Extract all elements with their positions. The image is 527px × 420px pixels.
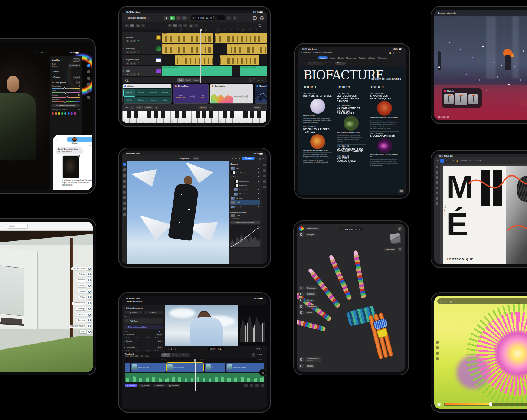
- filters-icon[interactable]: [263, 169, 266, 172]
- volume-button[interactable]: ◁) Volume: [138, 384, 151, 387]
- sustain-button[interactable]: Sustain: [144, 106, 153, 109]
- versions-icon[interactable]: [87, 96, 90, 99]
- drag-on-image-button[interactable]: ✛ Faire glisser sur l'image: [230, 221, 260, 224]
- notifications-icon[interactable]: ◔: [3, 225, 4, 227]
- align-icon[interactable]: ≞: [476, 160, 478, 162]
- help-icon[interactable]: ◎: [259, 157, 261, 160]
- share-icon[interactable]: ↑: [399, 52, 400, 54]
- cloud-icon[interactable]: ☁: [49, 51, 51, 54]
- eyedropper-tool-icon[interactable]: [123, 207, 126, 210]
- transition-icon[interactable]: [255, 384, 259, 387]
- panel-item-environment[interactable]: Environnement: [72, 301, 91, 305]
- visibility-icon[interactable]: ◎: [355, 228, 357, 230]
- region[interactable]: Bass Player - Indie Disco: [162, 44, 213, 54]
- wb-select[interactable]: BB Telle quelle ⌄: [52, 82, 68, 84]
- visibility-icon[interactable]: [258, 176, 259, 177]
- region[interactable]: Drummer: [215, 33, 267, 43]
- distance-input[interactable]: [7, 224, 28, 229]
- dock-icon[interactable]: ⧉: [437, 160, 438, 162]
- more-icon[interactable]: ⋯: [262, 348, 264, 350]
- slider-tint[interactable]: Teinte0: [52, 90, 80, 93]
- next-frame-icon[interactable]: »: [175, 348, 176, 350]
- home-icon[interactable]: ⌂: [342, 228, 343, 230]
- section-view-icon[interactable]: [299, 357, 304, 362]
- autosave-icon[interactable]: [389, 52, 391, 54]
- select-menu[interactable]: Select ⋯: [257, 354, 264, 356]
- play-button[interactable]: ▶: [170, 16, 175, 20]
- visibility-icon[interactable]: [258, 181, 259, 182]
- settings-icon[interactable]: ⚙: [263, 157, 264, 160]
- disable-button[interactable]: ◍ Disable: [124, 311, 144, 314]
- solo-button[interactable]: S: [130, 40, 133, 42]
- undo-icon[interactable]: ↩: [232, 157, 233, 160]
- track-header-drummer[interactable]: 1DrummerMSR: [122, 32, 162, 43]
- record-button[interactable]: ●: [176, 16, 181, 20]
- duplicate-icon[interactable]: ⧉: [479, 160, 481, 162]
- document-page[interactable]: BIOFACTURESOMMET DE L'INNOVATION JOUR 1 …: [299, 66, 405, 195]
- layer-row[interactable]: Sweat booster: [230, 179, 260, 184]
- align-menu-icon[interactable]: ≡: [397, 62, 399, 64]
- entity-info-icon[interactable]: [87, 266, 91, 270]
- drive-knob[interactable]: [193, 95, 195, 98]
- jog-wheel[interactable]: [259, 369, 266, 376]
- layer-row[interactable]: Sky (right): [230, 196, 260, 201]
- track-header-keys[interactable]: 3Keyboard PlayerMSR: [122, 55, 162, 66]
- isolate-icon[interactable]: ⊖: [359, 228, 360, 230]
- info-icon[interactable]: [263, 186, 266, 188]
- add-mask-button[interactable]: +Add Mask: [124, 318, 163, 324]
- measure-icon[interactable]: [299, 364, 304, 368]
- project-title[interactable]: Video Final Edit: [127, 300, 143, 302]
- trash-icon[interactable]: [244, 384, 248, 387]
- affinity-canvas[interactable]: M USIQUE É LECTRONIQUE: [440, 164, 527, 264]
- crop-icon[interactable]: [87, 70, 90, 73]
- back-icon[interactable]: ‹: [301, 52, 302, 54]
- text-tool-icon[interactable]: [123, 196, 126, 199]
- slider-saturation[interactable]: Saturation+ 2: [52, 99, 80, 102]
- modeling-menu[interactable]: Modélisation: [305, 227, 320, 230]
- panel-item-tags[interactable]: Balises: [78, 289, 91, 293]
- record-enable-button[interactable]: R: [133, 40, 136, 42]
- back-icon[interactable]: ‹: [125, 16, 126, 20]
- slider-temperature[interactable]: Température0: [52, 85, 80, 89]
- gear-icon[interactable]: ⚙: [78, 109, 80, 111]
- visibility-icon[interactable]: [258, 189, 259, 190]
- select-tool-icon[interactable]: [123, 168, 126, 171]
- browse-button[interactable]: Parcourir: [69, 64, 80, 67]
- glide-icon[interactable]: ✛: [209, 106, 213, 109]
- track-header-bass[interactable]: 2Bass PlayerMSR: [122, 43, 162, 55]
- brush-size-slider[interactable]: [438, 51, 441, 70]
- stop-button[interactable]: ■: [164, 16, 169, 20]
- animation-frame[interactable]: [468, 94, 478, 104]
- layer-row-selected[interactable]: Curve: [230, 200, 260, 205]
- scenes-icon[interactable]: [87, 284, 91, 288]
- auto-button[interactable]: Auto: [73, 58, 80, 62]
- history-button[interactable]: Historique: [384, 248, 396, 251]
- photoshop-canvas[interactable]: [127, 161, 229, 264]
- visibility-icon[interactable]: [258, 185, 259, 186]
- minimize-icon[interactable]: ⊖: [259, 14, 264, 22]
- curves-histogram[interactable]: [230, 225, 260, 248]
- loop-icon[interactable]: ∞: [249, 354, 250, 356]
- region[interactable]: Keyboard Player - Broken Chords: [175, 55, 214, 65]
- attached-photo[interactable]: ✕: [62, 155, 79, 178]
- search-icon[interactable]: [299, 286, 304, 290]
- octave-stepper[interactable]: ‹ 0 ›: [136, 106, 143, 109]
- node-tool-icon[interactable]: [436, 171, 438, 174]
- masks-icon[interactable]: [263, 175, 266, 177]
- chromaglow-plugin[interactable]: ChromaGlow ModelModern Tube Drive StyleC…: [173, 84, 209, 104]
- bold-button[interactable]: G: [325, 62, 326, 64]
- back-icon[interactable]: ‹: [56, 139, 57, 142]
- brush-tool-icon[interactable]: [123, 180, 126, 183]
- trim-tool-icon[interactable]: ✂: [173, 24, 177, 27]
- settings-icon[interactable]: ⚙: [252, 14, 257, 22]
- playhead-dot[interactable]: [437, 403, 441, 406]
- text-tool-icon[interactable]: [436, 197, 438, 200]
- undo-icon[interactable]: ↩: [36, 51, 38, 54]
- close-icon[interactable]: ✕: [78, 155, 80, 157]
- mixer-icon[interactable]: ▥: [136, 24, 140, 27]
- region[interactable]: Keyboard Player - Simple Pad: [240, 66, 267, 76]
- pen-tool-icon[interactable]: [436, 176, 438, 179]
- layer-row[interactable]: Top right: [230, 205, 260, 209]
- move-tool-icon[interactable]: [123, 163, 126, 166]
- document-switcher[interactable]: ⌂RH_0003◎⊖: [339, 227, 363, 231]
